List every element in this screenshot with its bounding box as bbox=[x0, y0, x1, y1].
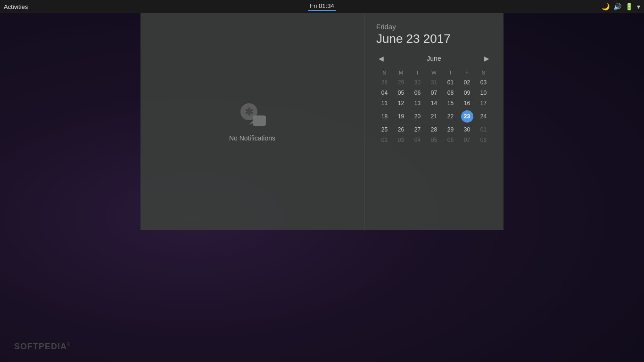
calendar-date-full: June 23 2017 bbox=[376, 32, 492, 46]
calendar-day[interactable]: 09 bbox=[459, 88, 475, 98]
calendar-day[interactable]: 13 bbox=[409, 98, 426, 108]
calendar-day[interactable]: 16 bbox=[459, 98, 475, 108]
calendar-day[interactable]: 07 bbox=[459, 135, 475, 145]
topbar-center: Fri 01:34 bbox=[308, 2, 336, 11]
softpedia-text: SOFTPEDIA bbox=[14, 342, 67, 351]
calendar-day[interactable]: 11 bbox=[376, 98, 393, 108]
calendar-week-4: 18 19 20 21 22 23 24 bbox=[376, 108, 492, 124]
calendar-today[interactable]: 23 bbox=[459, 108, 475, 124]
calendar-day[interactable]: 06 bbox=[409, 88, 426, 98]
calendar-day[interactable]: 07 bbox=[426, 88, 442, 98]
no-notifications-label: No Notifications bbox=[229, 134, 275, 142]
calendar-day[interactable]: 12 bbox=[393, 98, 409, 108]
calendar-week-6: 02 03 04 05 06 07 08 bbox=[376, 135, 492, 145]
calendar-day[interactable]: 28 bbox=[376, 77, 393, 88]
calendar-day[interactable]: 27 bbox=[409, 124, 426, 135]
topbar-left: Activities bbox=[4, 3, 28, 10]
svg-rect-2 bbox=[253, 115, 266, 126]
svg-marker-3 bbox=[249, 121, 253, 125]
calendar-day[interactable]: 26 bbox=[393, 124, 409, 135]
calendar-week-3: 11 12 13 14 15 16 17 bbox=[376, 98, 492, 108]
calendar-day[interactable]: 03 bbox=[475, 77, 492, 88]
weekday-sun: S bbox=[376, 68, 393, 77]
calendar-day[interactable]: 17 bbox=[475, 98, 492, 108]
calendar-day[interactable]: 04 bbox=[409, 135, 426, 145]
weekday-tue: T bbox=[409, 68, 426, 77]
system-menu-dropdown[interactable]: ▾ bbox=[637, 3, 640, 10]
calendar-day[interactable]: 02 bbox=[376, 135, 393, 145]
svg-text:✱: ✱ bbox=[245, 106, 254, 118]
main-panel: ✱ No Notifications Friday June 23 2017 ◀… bbox=[140, 13, 504, 230]
topbar-right: 🌙 🔊 🔋 ▾ bbox=[602, 3, 640, 10]
calendar-body: 28 29 30 31 01 02 03 04 05 06 07 08 09 1… bbox=[376, 77, 492, 145]
calendar-day[interactable]: 30 bbox=[409, 77, 426, 88]
calendar-day[interactable]: 01 bbox=[442, 77, 459, 88]
softpedia-logo: SOFTPEDIA® bbox=[14, 342, 71, 352]
night-mode-icon[interactable]: 🌙 bbox=[602, 3, 610, 10]
calendar-day[interactable]: 04 bbox=[376, 88, 393, 98]
calendar-day[interactable]: 29 bbox=[442, 124, 459, 135]
calendar-day[interactable]: 29 bbox=[393, 77, 409, 88]
calendar-prev-button[interactable]: ◀ bbox=[376, 55, 386, 62]
clock-display[interactable]: Fri 01:34 bbox=[310, 2, 334, 9]
registered-mark: ® bbox=[67, 342, 71, 347]
calendar-day[interactable]: 20 bbox=[409, 108, 426, 124]
calendar-day[interactable]: 05 bbox=[393, 88, 409, 98]
battery-icon[interactable]: 🔋 bbox=[625, 3, 633, 10]
calendar-day[interactable]: 08 bbox=[475, 135, 492, 145]
calendar-day[interactable]: 21 bbox=[426, 108, 442, 124]
calendar-day[interactable]: 24 bbox=[475, 108, 492, 124]
calendar-day[interactable]: 14 bbox=[426, 98, 442, 108]
weekday-wed: W bbox=[426, 68, 442, 77]
calendar-day[interactable]: 19 bbox=[393, 108, 409, 124]
weekday-mon: M bbox=[393, 68, 409, 77]
calendar-month-label: June bbox=[427, 55, 441, 62]
calendar-day[interactable]: 06 bbox=[442, 135, 459, 145]
weekday-sat: S bbox=[475, 68, 492, 77]
calendar-day[interactable]: 15 bbox=[442, 98, 459, 108]
no-notification-svg: ✱ bbox=[236, 101, 269, 130]
calendar-weekdays-row: S M T W T F S bbox=[376, 68, 492, 77]
calendar-header: ◀ June ▶ bbox=[376, 55, 492, 62]
volume-icon[interactable]: 🔊 bbox=[613, 3, 621, 10]
weekday-fri: F bbox=[459, 68, 475, 77]
calendar-day[interactable]: 02 bbox=[459, 77, 475, 88]
calendar-day[interactable]: 05 bbox=[426, 135, 442, 145]
calendar-day[interactable]: 28 bbox=[426, 124, 442, 135]
calendar-day[interactable]: 01 bbox=[475, 124, 492, 135]
calendar-day[interactable]: 10 bbox=[475, 88, 492, 98]
clock-underline bbox=[308, 10, 336, 11]
weekday-thu: T bbox=[442, 68, 459, 77]
calendar-day[interactable]: 25 bbox=[376, 124, 393, 135]
notifications-panel: ✱ No Notifications bbox=[140, 13, 364, 230]
topbar: Activities Fri 01:34 🌙 🔊 🔋 ▾ bbox=[0, 0, 644, 13]
calendar-day[interactable]: 08 bbox=[442, 88, 459, 98]
calendar-day-name: Friday bbox=[376, 23, 492, 31]
calendar-week-1: 28 29 30 31 01 02 03 bbox=[376, 77, 492, 88]
calendar-panel: Friday June 23 2017 ◀ June ▶ S M T W T F… bbox=[364, 13, 504, 230]
activities-button[interactable]: Activities bbox=[4, 3, 28, 10]
notification-empty-icon: ✱ bbox=[236, 101, 269, 130]
calendar-week-2: 04 05 06 07 08 09 10 bbox=[376, 88, 492, 98]
calendar-day[interactable]: 03 bbox=[393, 135, 409, 145]
calendar-day[interactable]: 30 bbox=[459, 124, 475, 135]
calendar-day[interactable]: 31 bbox=[426, 77, 442, 88]
calendar-grid: S M T W T F S 28 29 30 31 01 02 bbox=[376, 68, 492, 145]
calendar-week-5: 25 26 27 28 29 30 01 bbox=[376, 124, 492, 135]
calendar-day[interactable]: 18 bbox=[376, 108, 393, 124]
calendar-next-button[interactable]: ▶ bbox=[482, 55, 492, 62]
calendar-day[interactable]: 22 bbox=[442, 108, 459, 124]
